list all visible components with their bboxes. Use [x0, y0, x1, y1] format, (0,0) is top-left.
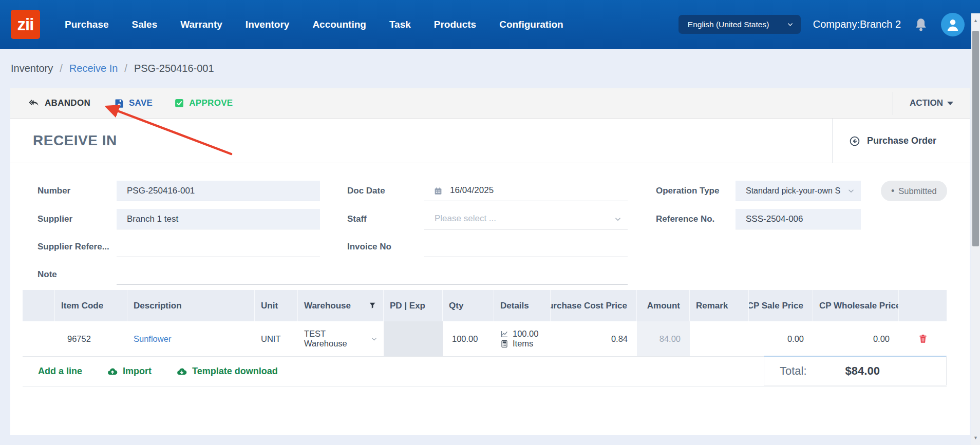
chevron-down-icon	[847, 187, 855, 195]
approve-button[interactable]: APPROVE	[174, 98, 233, 108]
details-value: 100.00 Items	[513, 329, 544, 349]
add-a-line-button[interactable]: Add a line	[38, 366, 82, 377]
cp-sale-price-cell[interactable]: 0.00	[749, 321, 813, 356]
amount-cell: 84.00	[637, 321, 690, 356]
import-label: Import	[123, 366, 152, 377]
line-items-table: Item Code Description Unit Warehouse PD …	[23, 290, 947, 357]
breadcrumb-inventory[interactable]: Inventory	[11, 63, 53, 74]
circle-arrow-left-icon	[849, 136, 860, 147]
col-details: Details	[494, 290, 551, 321]
supplier-field[interactable]: Branch 1 test	[117, 209, 320, 229]
header-divider	[832, 119, 833, 163]
abandon-label: ABANDON	[45, 98, 90, 108]
purchase-order-label: Purchase Order	[867, 136, 936, 146]
chevron-down-icon	[371, 336, 378, 342]
abandon-button[interactable]: ABANDON	[29, 98, 90, 109]
language-selector[interactable]: English (United States)	[679, 15, 801, 34]
receive-in-document-card: RECEIVE IN Purchase Order Number Supplie…	[10, 119, 970, 435]
col-warehouse: Warehouse	[298, 290, 384, 321]
check-square-icon	[174, 98, 184, 108]
details-cell: 100.00 Items	[494, 321, 551, 356]
doc-date-field[interactable]: 16/04/2025	[424, 181, 628, 201]
import-button[interactable]: Import	[107, 366, 152, 377]
delete-row-button[interactable]	[899, 321, 947, 356]
save-button[interactable]: SAVE	[114, 98, 153, 108]
chevron-down-icon	[787, 21, 794, 28]
nav-configuration[interactable]: Configuration	[499, 19, 563, 30]
invoice-no-field[interactable]	[424, 237, 628, 257]
col-cp-sale-price: CP Sale Price	[749, 290, 813, 321]
cp-wholesale-price-cell[interactable]: 0.00	[813, 321, 899, 356]
page-title: RECEIVE IN	[33, 132, 117, 149]
breadcrumb-separator: /	[124, 63, 127, 74]
purchase-order-link[interactable]: Purchase Order	[849, 119, 936, 163]
action-dropdown-button[interactable]: ACTION	[910, 98, 953, 108]
staff-label: Staff	[347, 214, 367, 224]
cloud-upload-icon	[107, 366, 118, 377]
nav-inventory[interactable]: Inventory	[246, 19, 290, 30]
purchase-cost-price-cell[interactable]: 0.84	[551, 321, 637, 356]
reply-arrow-icon	[29, 98, 40, 109]
operation-type-value: Standard pick-your-own S	[746, 186, 840, 195]
save-label: SAVE	[129, 98, 153, 108]
col-unit: Unit	[255, 290, 298, 321]
pd-exp-cell	[384, 321, 443, 356]
vertical-scrollbar[interactable]: ▲ ▼	[971, 13, 980, 445]
person-icon	[944, 16, 962, 33]
company-label: Company:Branch 2	[813, 18, 901, 30]
item-code-cell: 96752	[55, 321, 127, 356]
status-badge-label: Submitted	[898, 186, 936, 196]
col-actions	[899, 290, 947, 321]
supplier-label: Supplier	[37, 214, 72, 224]
nav-sales[interactable]: Sales	[132, 19, 158, 30]
supplier-reference-field[interactable]	[117, 237, 320, 257]
col-remark: Remark	[690, 290, 749, 321]
main-menu: Purchase Sales Warranty Inventory Accoun…	[65, 19, 563, 30]
scroll-down-arrow-icon[interactable]: ▼	[971, 433, 980, 443]
breadcrumb-document-number: PSG-250416-001	[134, 63, 214, 74]
col-amount: Amount	[637, 290, 690, 321]
table-header-row: Item Code Description Unit Warehouse PD …	[23, 290, 947, 321]
nav-task[interactable]: Task	[389, 19, 411, 30]
number-field[interactable]: PSG-250416-001	[117, 181, 320, 201]
nav-purchase[interactable]: Purchase	[65, 19, 109, 30]
description-link[interactable]: Sunflower	[127, 321, 255, 356]
operation-type-label: Operation Type	[656, 186, 719, 196]
language-selector-value: English (United States)	[688, 20, 769, 29]
qty-cell[interactable]: 100.00	[443, 321, 494, 356]
col-select	[23, 290, 55, 321]
col-description: Description	[127, 290, 255, 321]
nav-warranty[interactable]: Warranty	[180, 19, 222, 30]
invoice-no-label: Invoice No	[347, 242, 391, 252]
filter-icon[interactable]	[368, 301, 377, 310]
doc-date-value: 16/04/2025	[450, 185, 494, 195]
line-chart-icon[interactable]	[500, 330, 508, 338]
col-qty: Qty	[443, 290, 494, 321]
scroll-up-arrow-icon[interactable]: ▲	[971, 15, 980, 26]
action-toolbar: ABANDON SAVE APPROVE ACTION	[10, 88, 970, 119]
nav-accounting[interactable]: Accounting	[312, 19, 366, 30]
user-avatar[interactable]	[941, 13, 965, 36]
number-label: Number	[37, 186, 70, 196]
document-header: RECEIVE IN Purchase Order	[10, 119, 970, 163]
remark-cell[interactable]	[690, 321, 749, 356]
warehouse-select[interactable]: TEST Warehouse	[298, 321, 384, 356]
app-logo[interactable]: zii	[11, 10, 40, 39]
unit-cell: UNIT	[255, 321, 298, 356]
scrollbar-thumb[interactable]	[972, 31, 979, 246]
template-download-button[interactable]: Template download	[176, 366, 278, 377]
staff-select[interactable]: Please select ...	[424, 209, 628, 229]
col-cp-wholesale-price: CP Wholesale Price	[813, 290, 899, 321]
total-value: $84.00	[845, 364, 880, 378]
table-row: 96752 Sunflower UNIT TEST Warehouse 100.…	[23, 321, 947, 357]
reference-no-field[interactable]: SSS-2504-006	[736, 209, 861, 229]
template-download-label: Template download	[192, 366, 278, 377]
calculator-icon[interactable]	[500, 340, 508, 348]
nav-products[interactable]: Products	[434, 19, 476, 30]
note-field[interactable]	[117, 264, 628, 285]
notification-bell-icon[interactable]	[913, 16, 929, 33]
col-item-code: Item Code	[55, 290, 127, 321]
chevron-down-icon	[614, 216, 621, 223]
operation-type-select[interactable]: Standard pick-your-own S	[736, 181, 861, 201]
breadcrumb-receive-in[interactable]: Receive In	[69, 63, 118, 74]
